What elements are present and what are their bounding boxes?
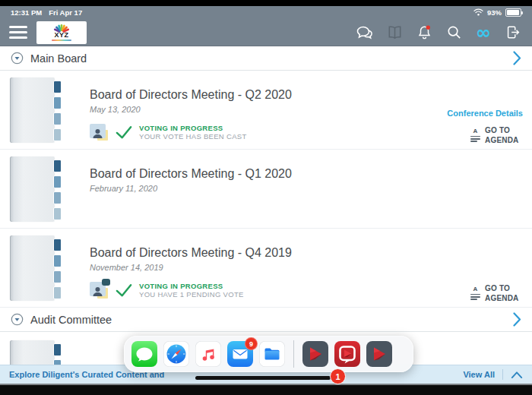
chevron-up-icon[interactable] — [511, 371, 523, 379]
ios-dock: 9 — [124, 336, 413, 372]
meeting-date: May 13, 2020 — [90, 105, 418, 114]
meeting-title: Board of Directors Meeting - Q1 2020 — [90, 167, 418, 181]
wifi-icon — [473, 8, 483, 17]
ipad-screen: 12:31 PM Fri Apr 17 93% — [0, 0, 532, 395]
app-header-bar: XYZ — [0, 19, 532, 46]
voting-icon-pending — [90, 282, 109, 299]
view-all-link[interactable]: View All — [463, 370, 495, 379]
status-time: 12:31 PM — [11, 8, 42, 17]
notifications-bell-icon[interactable] — [414, 23, 434, 43]
status-date: Fri Apr 17 — [49, 8, 82, 17]
voting-detail: YOU HAVE 1 PENDING VOTE — [139, 290, 244, 299]
comment-bubble-icon — [102, 279, 110, 286]
checkmark-icon — [116, 283, 132, 298]
meeting-card-q4-2019[interactable]: Board of Directors Meeting - Q4 2019 Nov… — [0, 229, 532, 308]
diligent-teams-app-icon[interactable] — [366, 341, 392, 367]
collapse-circle-icon[interactable] — [11, 313, 24, 326]
collapse-circle-icon[interactable] — [11, 52, 24, 65]
company-logo[interactable]: XYZ — [36, 21, 87, 44]
screen-top-bezel — [0, 0, 532, 6]
mail-badge: 9 — [245, 337, 258, 350]
go-to-agenda-button[interactable]: A GO TO AGENDA — [470, 125, 523, 145]
export-icon[interactable] — [503, 23, 523, 43]
chevron-right-icon[interactable] — [513, 51, 521, 65]
board-book-icon — [10, 235, 62, 301]
music-app-icon[interactable] — [195, 341, 221, 367]
voting-icon — [90, 124, 109, 141]
board-book-icon — [10, 77, 62, 143]
meeting-title: Board of Directors Meeting - Q4 2019 — [90, 246, 418, 260]
book-icon[interactable] — [385, 23, 404, 43]
agenda-label: GO TO AGENDA — [485, 125, 523, 145]
mail-app-icon[interactable]: 9 — [227, 341, 253, 367]
diligent-boards-app-icon[interactable] — [302, 341, 328, 367]
section-title: Audit Committee — [30, 314, 513, 326]
go-to-agenda-button[interactable]: A GO TO AGENDA — [470, 283, 523, 303]
messages-app-icon[interactable] — [131, 341, 157, 367]
search-icon[interactable] — [444, 23, 464, 43]
chevron-right-icon[interactable] — [513, 312, 521, 327]
section-audit-committee[interactable]: Audit Committee — [0, 308, 532, 332]
files-app-icon[interactable] — [259, 341, 285, 367]
checkmark-icon — [116, 125, 132, 140]
battery-icon — [505, 8, 521, 17]
status-bar: 12:31 PM Fri Apr 17 93% — [0, 6, 532, 19]
bell-notification-dot — [426, 26, 429, 30]
dock-divider — [293, 340, 294, 368]
voting-detail: YOUR VOTE HAS BEEN CAST — [139, 132, 247, 141]
infinity-sync-icon[interactable]: ∞ — [473, 23, 493, 43]
meeting-date: February 11, 2020 — [90, 184, 418, 193]
hamburger-menu-icon[interactable] — [9, 26, 27, 39]
board-book-icon — [10, 156, 62, 222]
messenger-badge: 1 — [330, 368, 346, 384]
safari-app-icon[interactable] — [163, 341, 189, 367]
logo-text: XYZ — [54, 32, 68, 39]
voting-status: VOTING IN PROGRESS — [139, 282, 244, 290]
agenda-icon: A — [470, 286, 480, 299]
meeting-date: November 14, 2019 — [90, 263, 418, 272]
conference-details-link[interactable]: Conference Details — [447, 109, 523, 118]
agenda-label: GO TO AGENDA — [485, 283, 523, 303]
diligent-messenger-app-icon[interactable] — [334, 341, 360, 367]
meeting-card-q1-2020[interactable]: Board of Directors Meeting - Q1 2020 Feb… — [0, 150, 532, 229]
home-indicator[interactable] — [195, 376, 331, 380]
battery-percent: 93% — [487, 8, 502, 17]
voting-status: VOTING IN PROGRESS — [139, 124, 247, 132]
chat-icon[interactable] — [355, 23, 375, 43]
logo-subtext-script — [52, 40, 71, 41]
section-title: Main Board — [30, 52, 513, 65]
section-main-board[interactable]: Main Board — [0, 46, 532, 71]
screen-bottom-bezel — [0, 384, 532, 395]
agenda-icon: A — [470, 128, 480, 141]
meeting-card-q2-2020[interactable]: Board of Directors Meeting - Q2 2020 May… — [0, 71, 532, 150]
meeting-title: Board of Directors Meeting - Q2 2020 — [90, 88, 418, 102]
